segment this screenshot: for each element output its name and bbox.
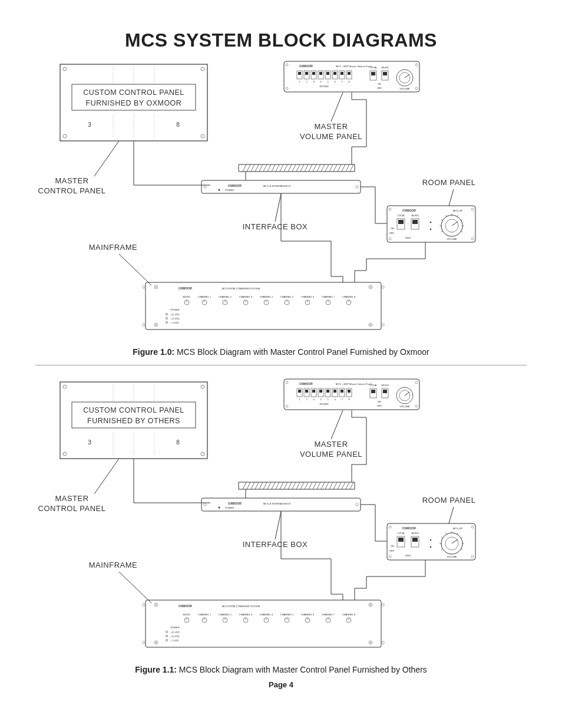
svg-text:OXMOOR: OXMOOR [228,502,242,505]
svg-text:ROOMS: ROOMS [319,403,328,406]
svg-point-214 [415,381,418,384]
svg-point-138 [430,229,432,230]
svg-line-328 [457,533,458,535]
svg-point-213 [286,381,288,384]
svg-rect-316 [412,538,418,542]
svg-line-254 [405,392,409,396]
svg-text:OXMOOR: OXMOOR [402,526,416,530]
svg-rect-42 [340,72,343,75]
svg-line-258 [331,410,343,439]
svg-line-127 [441,231,443,232]
svg-text:ROOM PANEL: ROOM PANEL [422,178,476,187]
page-footer: Page 4 [35,680,527,689]
svg-rect-30 [312,72,315,75]
svg-text:CHANNEL 8: CHANNEL 8 [342,295,356,298]
svg-line-70 [243,164,246,172]
svg-line-87 [313,164,316,172]
svg-text:OXMOOR: OXMOOR [178,604,192,608]
svg-text:VOLUME PANEL: VOLUME PANEL [300,132,362,141]
svg-text:+15 VDC: +15 VDC [170,631,180,634]
svg-text:MUSIC: MUSIC [382,66,389,69]
svg-text:MASTER: MASTER [55,494,88,503]
svg-line-280 [300,482,304,489]
svg-text:FURNISHED BY OXMOOR: FURNISHED BY OXMOOR [86,99,182,107]
svg-point-388 [166,635,167,637]
svg-rect-24 [298,72,301,75]
svg-line-58 [405,74,409,78]
svg-point-198 [201,385,204,388]
svg-line-325 [441,538,443,539]
svg-text:FURNISHED BY OTHERS: FURNISHED BY OTHERS [87,417,180,425]
svg-rect-53 [383,72,387,75]
svg-line-84 [300,164,304,172]
svg-line-284 [317,482,320,489]
svg-text:MASTER: MASTER [314,440,348,449]
svg-line-278 [292,482,296,489]
svg-rect-33 [319,72,322,75]
svg-line-274 [276,482,279,489]
svg-text:8: 8 [176,439,180,446]
svg-text:CUSTOM CONTROL PANEL: CUSTOM CONTROL PANEL [83,406,184,414]
svg-point-200 [201,452,204,456]
svg-line-135 [461,231,463,232]
svg-text:MASTER: MASTER [55,176,88,185]
svg-line-288 [333,482,337,489]
svg-point-2 [201,67,204,71]
svg-line-92 [333,164,337,172]
svg-text:VOLUME PANEL: VOLUME PANEL [300,450,362,459]
svg-text:CUSTOM CONTROL PANEL: CUSTOM CONTROL PANEL [83,88,184,97]
svg-line-86 [309,164,312,172]
svg-line-322 [452,539,458,543]
svg-point-341 [143,641,145,644]
svg-text:–15 VDC: –15 VDC [170,317,180,320]
svg-line-329 [461,538,463,539]
svg-text:INTERFACE BOX: INTERFACE BOX [243,540,308,549]
svg-line-72 [251,164,254,172]
svg-text:CONTROL PANEL: CONTROL PANEL [38,186,106,195]
svg-text:OFF: OFF [389,549,395,552]
svg-text:ON: ON [391,545,394,548]
svg-line-286 [325,482,329,489]
caption-figure-1-1: Figure 1.1: MCS Block Diagram with Maste… [35,665,527,674]
figure-1-0: CUSTOM CONTROL PANELFURNISHED BY OXMOOR3… [37,58,525,341]
svg-point-216 [415,405,418,407]
svg-text:MAINFRAME: MAINFRAME [89,561,138,569]
svg-point-390 [166,639,167,641]
svg-line-93 [338,164,341,172]
svg-text:CHANNEL 5: CHANNEL 5 [280,613,294,616]
svg-text:OFF: OFF [377,87,382,90]
svg-text:OXMOOR: OXMOOR [402,209,416,212]
svg-text:MCS ROOM COMBINING SYSTEM: MCS ROOM COMBINING SYSTEM [222,287,260,290]
svg-text:VOLUME: VOLUME [400,87,410,90]
svg-text:INTERFACE BOX: INTERFACE BOX [243,222,308,231]
svg-line-267 [247,482,250,489]
svg-line-130 [446,215,447,217]
figure-separator [35,365,527,365]
svg-line-266 [243,482,246,489]
svg-point-300 [219,507,220,509]
svg-line-85 [305,164,308,172]
svg-point-197 [63,385,67,388]
svg-rect-36 [326,72,329,75]
svg-text:POWER: POWER [170,308,179,311]
svg-rect-249 [383,390,387,393]
svg-point-18 [415,64,418,66]
svg-line-336 [449,507,454,523]
svg-point-333 [430,539,432,541]
svg-text:OXMOOR: OXMOOR [228,184,242,187]
svg-text:MUSIC: MUSIC [412,532,419,535]
svg-text:MASTER: MASTER [314,122,348,131]
svg-text:CHANNEL 8: CHANNEL 8 [342,613,356,616]
svg-text:1: 1 [299,398,300,401]
svg-rect-232 [326,390,329,393]
svg-point-190 [166,313,167,315]
svg-line-261 [94,459,119,494]
svg-line-71 [247,164,250,172]
svg-text:OFF: OFF [389,232,395,235]
svg-point-305 [389,526,391,528]
svg-line-140 [449,189,454,206]
svg-line-268 [251,482,254,489]
svg-text:ONLY: ONLY [405,554,412,557]
svg-point-334 [430,546,432,548]
svg-text:4: 4 [320,398,322,401]
